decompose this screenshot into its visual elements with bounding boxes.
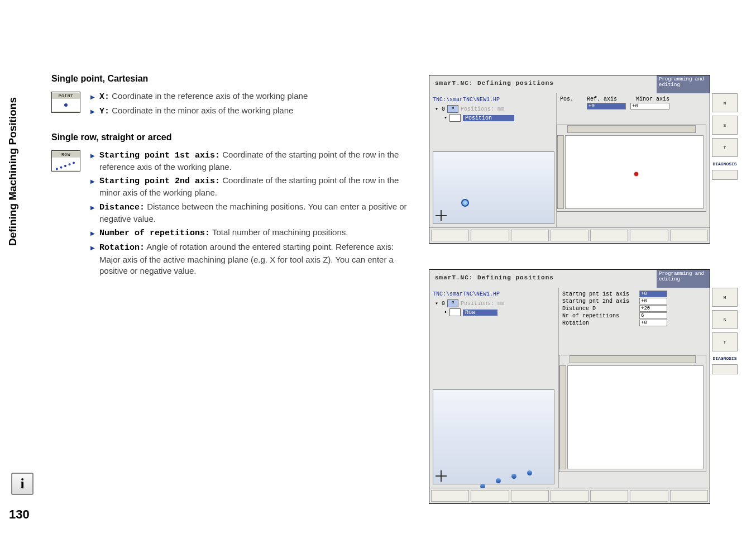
- m-button[interactable]: M: [712, 93, 738, 112]
- label-start-1st: Startng pnt 1st axis: [562, 291, 635, 297]
- arrow-icon: ▶: [90, 244, 95, 277]
- s-button[interactable]: S: [712, 116, 738, 135]
- row-icon: ROW: [51, 149, 80, 279]
- diag-button[interactable]: [712, 364, 738, 374]
- heading-single-row: Single row, straight or arced: [51, 132, 409, 142]
- tree-root[interactable]: ▾ 0⊞Positions: mm: [435, 105, 554, 113]
- sidebar-section-title: Defining Machining Positions: [7, 97, 19, 246]
- start-1st-input[interactable]: +0: [639, 291, 667, 297]
- softkey[interactable]: [590, 230, 628, 241]
- diag-button[interactable]: [712, 170, 738, 180]
- label-distance: Distance D: [562, 306, 635, 312]
- arrow-icon: ▶: [90, 204, 95, 225]
- list-item: ▶ Rotation: Angle of rotation around the…: [90, 241, 409, 277]
- rotation-input[interactable]: +0: [639, 320, 667, 326]
- screenshot-positions-point: smarT.NC: Defining positions Programming…: [429, 75, 710, 244]
- horizontal-ruler: [570, 355, 696, 363]
- arrow-icon: ▶: [90, 108, 95, 117]
- label-rotation: Rotation: [562, 320, 635, 326]
- repetitions-input[interactable]: 6: [639, 312, 667, 319]
- mode-label: Programming and editing: [657, 75, 710, 93]
- arrow-icon: ▶: [90, 230, 95, 239]
- col-min: Minor axis: [636, 96, 681, 102]
- diagnosis-label: DIAGNOSIS: [712, 161, 738, 166]
- diagnosis-label: DIAGNOSIS: [712, 356, 738, 361]
- softkey[interactable]: [471, 230, 509, 241]
- list-item: ▶ X: Coordinate in the reference axis of…: [90, 91, 409, 103]
- vertical-ruler: [559, 365, 566, 469]
- screenshot-positions-row: smarT.NC: Defining positions Programming…: [429, 269, 710, 504]
- softkey[interactable]: [590, 490, 628, 502]
- arrow-icon: ▶: [90, 93, 95, 103]
- file-path: TNC:\smarTNC\NEW1.HP: [433, 291, 555, 297]
- softkey[interactable]: [551, 230, 588, 241]
- minor-axis-input[interactable]: +0: [630, 103, 669, 110]
- horizontal-ruler: [567, 125, 696, 133]
- col-ref: Ref. axis: [587, 96, 631, 102]
- t-button[interactable]: T: [712, 138, 738, 157]
- arrow-icon: ▶: [90, 178, 95, 199]
- softkey[interactable]: [630, 490, 668, 502]
- softkey[interactable]: [431, 230, 469, 241]
- softkey[interactable]: [670, 490, 708, 502]
- s-button[interactable]: S: [712, 310, 738, 329]
- label-start-2nd: Startng pnt 2nd axis: [562, 298, 635, 304]
- list-item: ▶ Distance: Distance between the machini…: [90, 201, 409, 225]
- ref-axis-input[interactable]: +0: [587, 103, 626, 110]
- point-icon: POINT: [51, 91, 80, 120]
- m-button[interactable]: M: [712, 288, 738, 307]
- window-title: smarT.NC: Defining positions: [429, 270, 657, 288]
- start-2nd-input[interactable]: +0: [639, 298, 667, 304]
- tree-item-row[interactable]: •∴Row: [444, 308, 556, 316]
- softkey[interactable]: [511, 230, 549, 241]
- info-icon: i: [11, 473, 34, 495]
- distance-input[interactable]: +20: [639, 305, 667, 312]
- t-button[interactable]: T: [712, 332, 738, 351]
- tree-root[interactable]: ▾ 0⊞Positions: mm: [435, 299, 556, 307]
- heading-single-point: Single point, Cartesian: [51, 74, 409, 84]
- page-number: 130: [9, 507, 30, 522]
- file-path: TNC:\smarTNC\NEW1.HP: [433, 97, 553, 103]
- list-item: ▶ Number of repetitions: Total number of…: [90, 227, 409, 239]
- list-item: ▶ Y: Coordinate in the minor axis of the…: [90, 105, 409, 117]
- softkey[interactable]: [471, 490, 509, 502]
- softkey[interactable]: [670, 230, 708, 241]
- list-item: ▶ Starting point 2nd axis: Coordinate of…: [90, 175, 409, 199]
- mode-label: Programming and editing: [657, 270, 710, 288]
- label-repetitions: Nr of repetitions: [562, 313, 635, 319]
- softkey[interactable]: [551, 490, 588, 502]
- softkey[interactable]: [511, 490, 549, 502]
- col-pos: Pos.: [560, 96, 582, 102]
- vertical-ruler: [557, 135, 564, 209]
- tree-item-position[interactable]: •◆Position: [444, 114, 554, 122]
- window-title: smarT.NC: Defining positions: [429, 75, 657, 93]
- arrow-icon: ▶: [90, 152, 95, 173]
- softkey[interactable]: [431, 490, 469, 502]
- softkey[interactable]: [630, 230, 668, 241]
- list-item: ▶ Starting point 1st axis: Coordinate of…: [90, 149, 409, 173]
